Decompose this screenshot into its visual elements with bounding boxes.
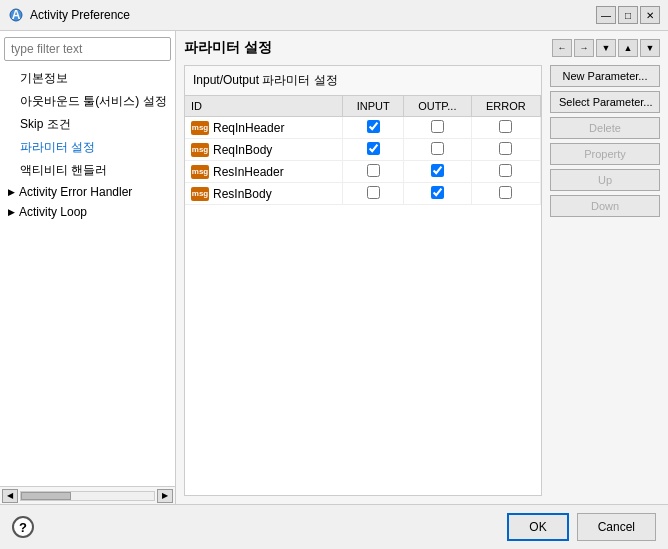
output-cell[interactable] xyxy=(404,139,472,161)
output-checkbox[interactable] xyxy=(431,120,444,133)
bottom-bar: ? OK Cancel xyxy=(0,504,668,549)
nav-up-button[interactable]: ▲ xyxy=(618,39,638,57)
nav-dropdown-button[interactable]: ▼ xyxy=(596,39,616,57)
down-button[interactable]: Down xyxy=(550,195,660,217)
table-row: msgReqInBody xyxy=(185,139,541,161)
error-cell[interactable] xyxy=(471,139,540,161)
sidebar-item-skip-condition[interactable]: Skip 조건 xyxy=(0,113,175,136)
error-checkbox[interactable] xyxy=(499,164,512,177)
col-header-error: ERROR xyxy=(471,96,540,117)
input-checkbox[interactable] xyxy=(367,120,380,133)
sidebar-item-label: Activity Error Handler xyxy=(19,185,132,199)
panel-header: 파라미터 설정 ← → ▼ ▲ ▼ xyxy=(184,39,660,57)
nav-back-button[interactable]: ← xyxy=(552,39,572,57)
param-id-cell: msgResInBody xyxy=(185,183,343,205)
error-cell[interactable] xyxy=(471,117,540,139)
input-cell[interactable] xyxy=(343,183,404,205)
sidebar-item-activity-error-handler[interactable]: ▶ Activity Error Handler xyxy=(0,182,175,202)
error-cell[interactable] xyxy=(471,161,540,183)
left-panel: 기본정보 아웃바운드 툴(서비스) 설정 Skip 조건 파라미터 설정 액티비… xyxy=(0,31,176,504)
svg-text:A: A xyxy=(12,8,21,22)
arrow-icon: ▶ xyxy=(8,207,15,217)
nav-list: 기본정보 아웃바운드 툴(서비스) 설정 Skip 조건 파라미터 설정 액티비… xyxy=(0,67,175,486)
nav-down-button[interactable]: ▼ xyxy=(640,39,660,57)
param-name: ReqInHeader xyxy=(213,121,284,135)
ok-button[interactable]: OK xyxy=(507,513,568,541)
input-cell[interactable] xyxy=(343,139,404,161)
param-name: ResInBody xyxy=(213,187,272,201)
param-id-cell: msgResInHeader xyxy=(185,161,343,183)
right-panel: 파라미터 설정 ← → ▼ ▲ ▼ Input/Output 파라미터 설정 I… xyxy=(176,31,668,504)
col-header-id: ID xyxy=(185,96,343,117)
msg-icon: msg xyxy=(191,121,209,135)
table-subtitle: Input/Output 파라미터 설정 xyxy=(185,66,541,96)
app-icon: A xyxy=(8,7,24,23)
delete-button[interactable]: Delete xyxy=(550,117,660,139)
msg-icon: msg xyxy=(191,165,209,179)
panel-nav-arrows: ← → ▼ ▲ ▼ xyxy=(552,39,660,57)
help-button[interactable]: ? xyxy=(12,516,34,538)
window-title: Activity Preference xyxy=(30,8,596,22)
output-checkbox[interactable] xyxy=(431,142,444,155)
col-header-input: INPUT xyxy=(343,96,404,117)
input-checkbox[interactable] xyxy=(367,186,380,199)
msg-icon: msg xyxy=(191,187,209,201)
sidebar-item-label: Activity Loop xyxy=(19,205,87,219)
sidebar-item-outbound-tool[interactable]: 아웃바운드 툴(서비스) 설정 xyxy=(0,90,175,113)
new-parameter-button[interactable]: New Parameter... xyxy=(550,65,660,87)
table-row: msgReqInHeader xyxy=(185,117,541,139)
up-button[interactable]: Up xyxy=(550,169,660,191)
sidebar-item-activity-loop[interactable]: ▶ Activity Loop xyxy=(0,202,175,222)
table-row: msgResInHeader xyxy=(185,161,541,183)
output-cell[interactable] xyxy=(404,183,472,205)
error-checkbox[interactable] xyxy=(499,186,512,199)
error-cell[interactable] xyxy=(471,183,540,205)
scroll-right-button[interactable]: ▶ xyxy=(157,489,173,503)
bottom-bar-left: ? xyxy=(12,516,34,538)
action-buttons: New Parameter... Select Parameter... Del… xyxy=(550,65,660,496)
param-id-cell: msgReqInBody xyxy=(185,139,343,161)
col-header-output: OUTP... xyxy=(404,96,472,117)
table-section: Input/Output 파라미터 설정 ID INPUT OUTP... ER… xyxy=(184,65,542,496)
window-controls: — □ ✕ xyxy=(596,6,660,24)
property-button[interactable]: Property xyxy=(550,143,660,165)
error-checkbox[interactable] xyxy=(499,142,512,155)
msg-icon: msg xyxy=(191,143,209,157)
output-cell[interactable] xyxy=(404,161,472,183)
input-checkbox[interactable] xyxy=(367,142,380,155)
error-checkbox[interactable] xyxy=(499,120,512,133)
close-button[interactable]: ✕ xyxy=(640,6,660,24)
input-cell[interactable] xyxy=(343,161,404,183)
scroll-thumb xyxy=(21,492,71,500)
select-parameter-button[interactable]: Select Parameter... xyxy=(550,91,660,113)
param-id-cell: msgReqInHeader xyxy=(185,117,343,139)
panel-content: Input/Output 파라미터 설정 ID INPUT OUTP... ER… xyxy=(184,65,660,496)
sidebar-item-param-settings[interactable]: 파라미터 설정 xyxy=(0,136,175,159)
main-content: 기본정보 아웃바운드 툴(서비스) 설정 Skip 조건 파라미터 설정 액티비… xyxy=(0,31,668,504)
search-input[interactable] xyxy=(4,37,171,61)
horizontal-scrollbar[interactable]: ◀ ▶ xyxy=(0,486,175,504)
output-checkbox[interactable] xyxy=(431,186,444,199)
maximize-button[interactable]: □ xyxy=(618,6,638,24)
nav-forward-button[interactable]: → xyxy=(574,39,594,57)
title-bar: A Activity Preference — □ ✕ xyxy=(0,0,668,31)
scroll-left-button[interactable]: ◀ xyxy=(2,489,18,503)
bottom-bar-right: OK Cancel xyxy=(507,513,656,541)
scroll-track[interactable] xyxy=(20,491,155,501)
sidebar-item-basic-info[interactable]: 기본정보 xyxy=(0,67,175,90)
input-checkbox[interactable] xyxy=(367,164,380,177)
arrow-icon: ▶ xyxy=(8,187,15,197)
sidebar-item-activity-handler[interactable]: 액티비티 핸들러 xyxy=(0,159,175,182)
param-table: ID INPUT OUTP... ERROR msgReqInHeadermsg… xyxy=(185,96,541,205)
output-checkbox[interactable] xyxy=(431,164,444,177)
input-cell[interactable] xyxy=(343,117,404,139)
table-row: msgResInBody xyxy=(185,183,541,205)
cancel-button[interactable]: Cancel xyxy=(577,513,656,541)
param-name: ReqInBody xyxy=(213,143,272,157)
minimize-button[interactable]: — xyxy=(596,6,616,24)
param-name: ResInHeader xyxy=(213,165,284,179)
output-cell[interactable] xyxy=(404,117,472,139)
panel-title: 파라미터 설정 xyxy=(184,39,272,57)
